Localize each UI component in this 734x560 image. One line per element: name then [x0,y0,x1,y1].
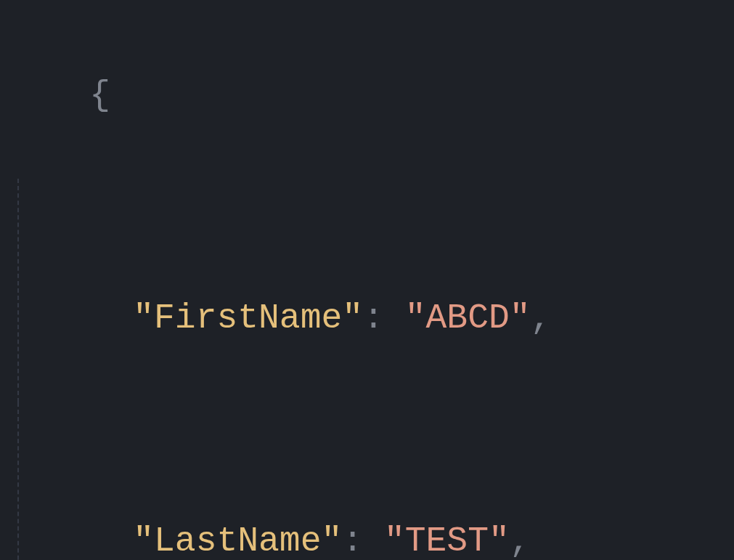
json-value: ABCD [426,299,510,338]
brace-open: { [89,76,110,115]
indent-guide [17,402,19,560]
json-value: TEST [405,522,489,560]
code-line[interactable]: "LastName": "TEST", [6,402,734,560]
code-editor[interactable]: { "FirstName": "ABCD", "LastName": "TEST… [0,12,734,560]
code-line[interactable]: "FirstName": "ABCD", [6,179,734,402]
json-key: FirstName [154,299,342,338]
code-line[interactable]: { [6,12,734,179]
json-key: LastName [154,522,321,560]
indent-guide [17,179,19,402]
